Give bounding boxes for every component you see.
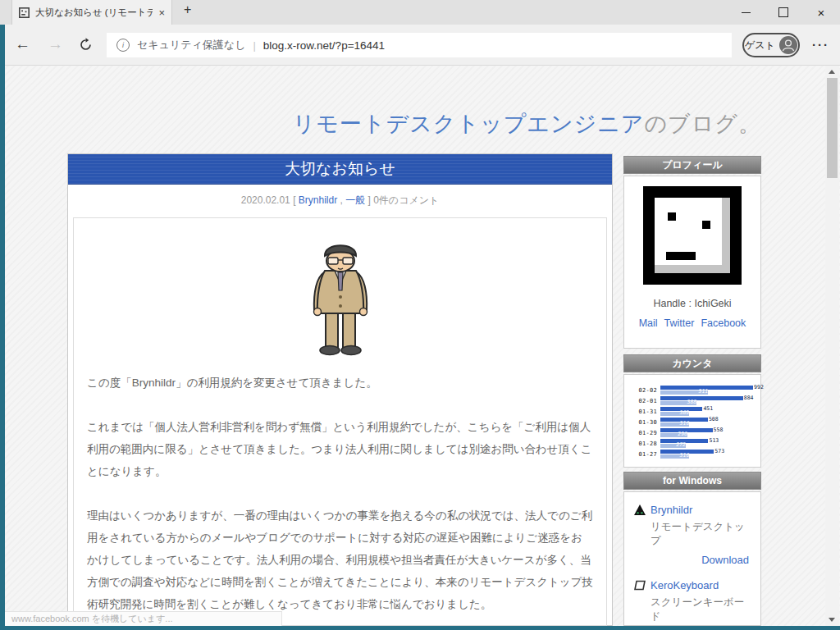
security-label: セキュリティ保護なし [137,38,245,52]
twitter-link[interactable]: Twitter [664,317,695,329]
avatar-icon [779,36,797,54]
chart-date-label: 01-29 [631,430,657,436]
chart-bar-dark [660,396,743,400]
meta-category-link[interactable]: 一般 [345,194,365,206]
info-icon[interactable]: i [116,39,130,52]
close-button[interactable]: × [802,0,840,25]
chart-row: 01-29558290 [631,427,754,438]
chart-value: 992 [754,386,764,390]
chart-row: 01-28513272 [631,438,754,449]
chart-row: 01-27573310 [631,449,754,459]
refresh-button[interactable] [79,38,93,56]
chart-row: 01-31451309 [631,406,754,417]
refresh-icon [79,38,93,52]
chart-row: 02-01884388 [631,395,754,406]
counter-header: カウンタ [623,354,761,372]
profile-box: Handle : IchiGeki MailTwitterFacebook [623,176,761,349]
chart-date-label: 02-01 [631,398,657,404]
chart-value: 513 [709,439,719,443]
scroll-up-icon[interactable] [829,70,835,74]
article-body: この度「Brynhildr」の利用規約を変更させて頂きました。 これまでは「個人… [73,217,607,626]
chart-row: 02-02992511 [631,385,754,395]
kerokeyboard-link[interactable]: KeroKeyboard [651,579,719,591]
chart-value: 310 [680,454,690,458]
meta-comments: ] 0件のコメント [365,194,439,206]
chart-bars: 513272 [660,439,754,448]
article-card: 大切なお知らせ 2020.02.01 [ Brynhildr , 一般 ] 0件… [67,153,613,626]
favicon-icon [19,7,30,18]
site-title-accent: リモートデスクトップエンジニア [293,112,645,136]
chart-value: 388 [687,400,696,404]
tab-title: 大切なお知らせ (リモートデスクトップ [35,7,153,19]
article-meta: 2020.02.01 [ Brynhildr , 一般 ] 0件のコメント [68,194,612,208]
meta-separator: , [337,194,345,206]
chart-bar-light: 511 [660,390,708,395]
chart-date-label: 02-02 [631,387,657,394]
profile-header: プロフィール [623,156,761,174]
meta-date: 2020.02.01 [ [241,194,299,206]
tab-bar: 大切なお知らせ (リモートデスクトップ × + × [0,0,840,25]
tab-close-icon[interactable]: × [158,7,165,19]
site-title-rest: のブログ。 [644,112,761,136]
paragraph-3: 理由はいくつかありますが、一番の理由はいくつかの事業を抱える今の私の状況では、法… [87,504,593,615]
list-item: Brynhildr [634,504,751,516]
browser-window: 大切なお知らせ (リモートデスクトップ × + × ← → i セキュリティ保護… [0,0,840,630]
status-bar: www.facebook.com を待機しています... [5,611,282,626]
kerokeyboard-desc: スクリーンキーボード [651,596,751,623]
close-icon: × [818,7,825,19]
chart-date-label: 01-30 [631,419,657,426]
maximize-button[interactable] [765,0,802,25]
meta-author-link[interactable]: Brynhildr [299,194,337,206]
url-text: blog.x-row.net/?p=16441 [263,39,385,52]
browser-tab[interactable]: 大切なお知らせ (リモートデスクトップ × [11,0,172,25]
mail-link[interactable]: Mail [639,317,658,329]
site-title: リモートデスクトップエンジニアのブログ。 [67,109,761,139]
paragraph-1: この度「Brynhildr」の利用規約を変更させて頂きました。 [87,372,593,394]
url-field[interactable]: i セキュリティ保護なし | blog.x-row.net/?p=16441 [107,33,732,57]
brynhildr-download-link[interactable]: Download [701,554,749,566]
forward-button: → [48,35,63,53]
chart-value: 290 [678,432,687,436]
chart-date-label: 01-28 [631,441,657,447]
scrollbar[interactable] [825,66,839,626]
chart-bar-light: 310 [660,454,689,459]
kerokeyboard-icon [634,580,646,591]
address-bar: ← → i セキュリティ保護なし | blog.x-row.net/?p=164… [0,25,840,66]
chart-value: 558 [714,428,724,432]
chart-bar-light: 310 [660,422,689,427]
chart-bars: 573310 [660,450,754,459]
sidebar: プロフィール Handle : IchiGeki MailTwitterFace… [623,156,761,626]
chart-value: 884 [744,396,754,400]
more-options-button[interactable]: ··· [812,38,829,52]
chart-bars: 992511 [660,386,754,395]
minimize-button[interactable] [727,0,765,25]
window-controls: × [727,0,840,25]
scroll-down-icon[interactable] [829,618,835,622]
minimize-icon [742,12,751,13]
chart-date-label: 01-27 [631,451,657,458]
chart-bar-light: 388 [660,401,696,405]
chart-value: 511 [699,390,709,394]
brynhildr-link[interactable]: Brynhildr [651,504,692,516]
counter-box: 02-0299251102-0188438801-3145130901-3050… [623,374,761,468]
chart-value: 310 [680,422,690,426]
chart-row: 01-30508310 [631,417,754,427]
new-tab-button[interactable]: + [184,2,191,17]
windows-header: for Windows [623,472,761,490]
back-button[interactable]: ← [15,35,30,53]
brynhildr-icon [634,504,646,515]
facebook-link[interactable]: Facebook [701,317,746,329]
scrollbar-thumb[interactable] [827,78,838,178]
status-text: www.facebook.com を待機しています... [11,613,173,625]
chart-bars: 884388 [660,396,754,405]
maximize-icon [778,7,788,17]
paragraph-2: これまでは「個人法人営利非営利を問わず無償」という利用規約でしたが、こちらを「ご… [87,416,593,482]
profile-handle: Handle : IchiGeki [632,298,752,309]
guest-label: ゲスト [745,39,775,52]
profile-face-image [641,185,743,286]
chart-value: 508 [709,418,719,422]
profile-links: MailTwitterFacebook [632,315,752,330]
guest-profile-button[interactable]: ゲスト [742,33,800,57]
chart-bar-light: 272 [660,444,686,448]
chart-bar-light: 290 [660,433,687,437]
